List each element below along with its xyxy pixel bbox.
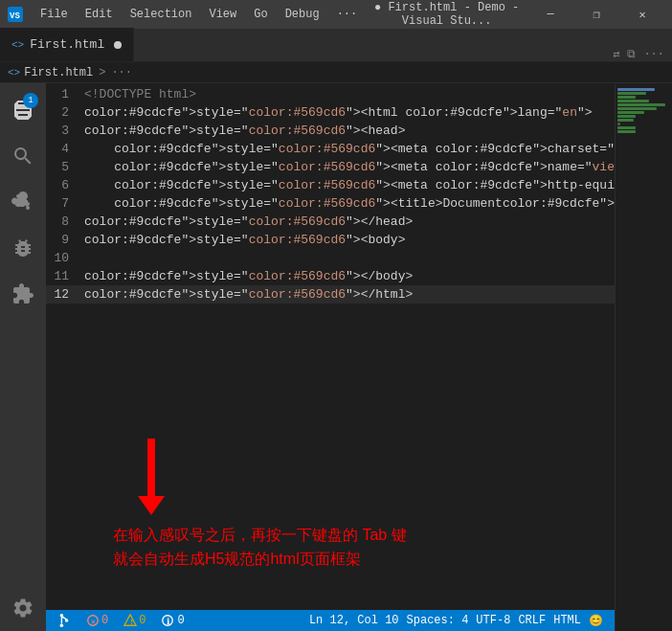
activity-source-control[interactable] [0, 179, 46, 225]
code-editor[interactable]: 1<!DOCTYPE html>2color:#9cdcfe">style="c… [46, 83, 615, 610]
tab-actions: ⇄ ⧉ ··· [613, 47, 672, 61]
line-number: 9 [46, 231, 84, 249]
menu-go[interactable]: Go [246, 6, 275, 23]
code-line: 3color:#9cdcfe">style="color:#569cd6"><h… [46, 122, 615, 140]
line-content: color:#9cdcfe">style="color:#569cd6"><ti… [84, 194, 615, 213]
info-count: 0 [177, 614, 184, 627]
line-content: color:#9cdcfe">style="color:#569cd6"></h… [84, 213, 615, 231]
code-line: 5 color:#9cdcfe">style="color:#569cd6"><… [46, 158, 615, 176]
menu-more[interactable]: ··· [329, 6, 366, 23]
activity-debug[interactable] [0, 225, 46, 271]
code-line: 11color:#9cdcfe">style="color:#569cd6"><… [46, 267, 615, 285]
minimap-line [617, 119, 634, 122]
status-line-ending[interactable]: CRLF [514, 610, 549, 631]
line-content: color:#9cdcfe">style="color:#569cd6"><bo… [84, 231, 615, 249]
minimap-line [617, 88, 655, 91]
line-number: 12 [46, 285, 84, 304]
code-line: 7 color:#9cdcfe">style="color:#569cd6"><… [46, 194, 615, 213]
minimap-line [617, 96, 636, 99]
minimap-line [617, 111, 644, 114]
arrow-head [138, 496, 165, 515]
sync-icon[interactable]: ⇄ [613, 47, 619, 61]
status-bar-right: Ln 12, Col 10 Spaces: 4 UTF-8 CRLF HTML … [305, 610, 607, 631]
activity-extensions[interactable] [0, 271, 46, 317]
breadcrumb: <> First.html > ··· [8, 66, 132, 79]
minimap-line [617, 126, 636, 129]
editor-area: 1<!DOCTYPE html>2color:#9cdcfe">style="c… [46, 83, 615, 631]
menu-selection[interactable]: Selection [123, 6, 200, 23]
annotation-arrow [138, 439, 165, 515]
breadcrumb-bar: <> First.html > ··· [0, 62, 672, 83]
menu-edit[interactable]: Edit [78, 6, 121, 23]
more-icon[interactable]: ··· [643, 48, 664, 61]
svg-text:!: ! [129, 618, 134, 626]
svg-point-2 [60, 624, 64, 628]
app-icon: VS [8, 7, 23, 22]
code-lines: 1<!DOCTYPE html>2color:#9cdcfe">style="c… [46, 83, 615, 305]
menu-file[interactable]: File [33, 6, 76, 23]
activity-search[interactable] [0, 133, 46, 179]
status-git[interactable] [54, 610, 75, 631]
main-area: 1 [0, 83, 672, 631]
arrow-container [123, 439, 180, 515]
code-line: 8color:#9cdcfe">style="color:#569cd6"></… [46, 213, 615, 231]
status-language[interactable]: HTML [549, 610, 585, 631]
minimap-line [617, 123, 620, 125]
annotation-overlay: 在输入感叹号之后，再按一下键盘的 Tab 键 就会自动生成H5规范的html页面… [103, 439, 615, 572]
title-bar-left: VS File Edit Selection View Go Debug ··· [8, 6, 365, 23]
status-encoding[interactable]: UTF-8 [472, 610, 514, 631]
line-content: color:#9cdcfe">style="color:#569cd6"><he… [84, 122, 615, 140]
activity-settings[interactable] [0, 585, 46, 631]
annotation-text: 在输入感叹号之后，再按一下键盘的 Tab 键 就会自动生成H5规范的html页面… [113, 523, 407, 572]
line-content: color:#9cdcfe">style="color:#569cd6"></b… [84, 267, 615, 285]
line-number: 5 [46, 158, 84, 176]
breadcrumb-file[interactable]: First.html [24, 66, 93, 79]
menu-debug[interactable]: Debug [278, 6, 327, 23]
code-line: 6 color:#9cdcfe">style="color:#569cd6"><… [46, 176, 615, 194]
title-bar: VS File Edit Selection View Go Debug ···… [0, 0, 672, 29]
arrow-shaft [147, 439, 155, 496]
line-number: 3 [46, 122, 84, 140]
line-number: 10 [46, 249, 84, 267]
status-info[interactable]: ℹ 0 [157, 610, 188, 631]
minimap-line [617, 107, 657, 110]
status-bar-left: ✕ 0 ! 0 ℹ 0 [54, 610, 189, 631]
restore-button[interactable]: ❐ [574, 0, 618, 29]
line-number: 1 [46, 85, 84, 103]
explorer-badge: 1 [23, 93, 38, 108]
code-line: 12color:#9cdcfe">style="color:#569cd6"><… [46, 285, 615, 304]
window-title: ● First.html - Demo - Visual Stu... [365, 1, 528, 28]
line-number: 8 [46, 213, 84, 231]
minimize-button[interactable]: — [528, 0, 572, 29]
status-warnings[interactable]: ! 0 [120, 610, 149, 631]
tab-first-html[interactable]: <> First.html [0, 28, 134, 61]
status-line-col[interactable]: Ln 12, Col 10 [305, 610, 403, 631]
activity-bar: 1 [0, 83, 46, 631]
svg-text:VS: VS [10, 11, 20, 21]
line-content: <!DOCTYPE html> [84, 85, 615, 103]
menu-view[interactable]: View [201, 6, 244, 23]
status-feedback[interactable]: 😊 [585, 610, 607, 631]
line-content: color:#9cdcfe">style="color:#569cd6"><ht… [84, 103, 615, 122]
tab-label: First.html [30, 37, 104, 52]
minimap-line [617, 100, 649, 102]
split-icon[interactable]: ⧉ [627, 48, 636, 61]
warning-count: 0 [139, 614, 146, 627]
status-errors[interactable]: ✕ 0 [82, 610, 112, 631]
status-bar: ✕ 0 ! 0 ℹ 0 Ln 12, Col 10 Spaces: 4 UTF-… [46, 610, 615, 631]
breadcrumb-more[interactable]: ··· [111, 66, 132, 79]
code-line: 1<!DOCTYPE html> [46, 85, 615, 103]
activity-explorer[interactable]: 1 [0, 87, 46, 133]
close-button[interactable]: ✕ [620, 0, 664, 29]
tab-file-icon: <> [11, 39, 24, 51]
minimap [615, 83, 672, 631]
minimap-content [616, 83, 672, 138]
line-number: 6 [46, 176, 84, 194]
annotation-line1: 在输入感叹号之后，再按一下键盘的 Tab 键 [113, 523, 407, 548]
minimap-line [617, 92, 646, 95]
line-content: color:#9cdcfe">style="color:#569cd6"><me… [84, 158, 615, 176]
line-content: color:#9cdcfe">style="color:#569cd6"></h… [84, 285, 615, 304]
status-spaces[interactable]: Spaces: 4 [403, 610, 473, 631]
error-count: 0 [101, 614, 108, 627]
breadcrumb-file-icon: <> [8, 67, 20, 79]
